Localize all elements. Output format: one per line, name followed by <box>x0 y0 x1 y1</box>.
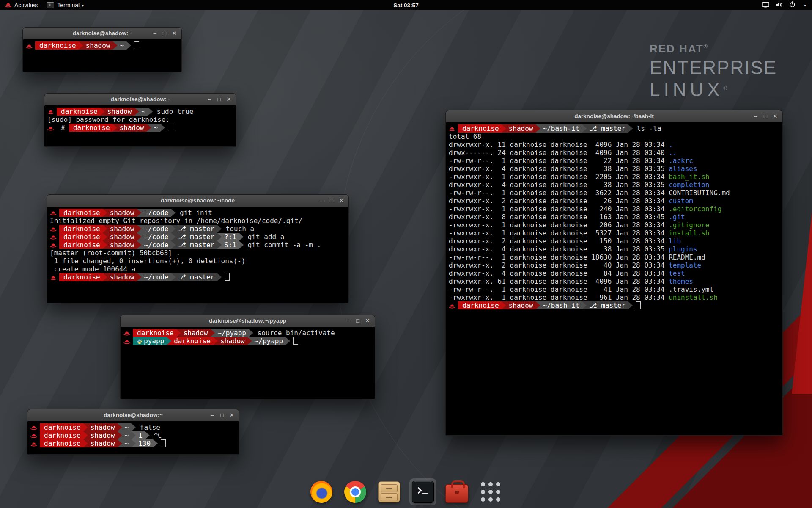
terminal-text: drwxrwxr-x. 11 darknoise darknoise 4096 … <box>449 141 669 149</box>
terminal-text: [master (root-commit) 50bcb63] . <box>50 249 180 257</box>
clock[interactable]: Sat 03:57 <box>393 2 418 8</box>
minimize-button[interactable]: – <box>752 112 760 121</box>
terminal-line: drwxrwxr-x. 8 darknoise darknoise 163 Ja… <box>449 213 779 221</box>
terminal-line: darknoiseshadow~130 <box>30 439 236 447</box>
prompt-segment: darknoise <box>40 431 88 439</box>
close-button[interactable]: ✕ <box>363 317 372 325</box>
prompt-segment: darknoise <box>59 209 107 217</box>
prompt-segment: ⎇ master <box>171 233 222 241</box>
terminal-line: -rwxrwxr-x. 1 darknoise darknoise 206 Ja… <box>449 221 779 229</box>
prompt-segment: shadow <box>112 124 151 132</box>
terminal-content[interactable]: darknoiseshadow~ sudo true[sudo] passwor… <box>45 105 236 146</box>
maximize-button[interactable]: □ <box>218 411 226 420</box>
system-status-area[interactable]: ▾ <box>762 1 812 9</box>
prompt-segment: ⎇ master <box>171 225 222 233</box>
prompt-segment: darknoise <box>40 439 88 447</box>
terminal-line: total 68 <box>449 133 779 141</box>
minimize-button[interactable]: – <box>151 29 159 38</box>
window-title: darknoise@shadow:~ <box>104 412 163 418</box>
terminal-line: darknoiseshadow~ false <box>30 423 236 431</box>
terminal-line: -rwxrwxr-x. 1 darknoise darknoise 240 Ja… <box>449 205 779 213</box>
maximize-button[interactable]: □ <box>327 196 336 205</box>
close-button[interactable]: ✕ <box>225 95 233 104</box>
close-button[interactable]: ✕ <box>771 112 779 121</box>
dock-chrome-icon[interactable] <box>342 478 369 505</box>
terminal-text: drwx------. 24 darknoise darknoise 4096 … <box>449 149 669 157</box>
prompt-segment: darknoise <box>133 329 181 337</box>
minimize-button[interactable]: – <box>205 95 214 104</box>
app-menu-terminal[interactable]: Terminal ▾ <box>42 0 88 10</box>
terminal-content[interactable]: darknoiseshadow~ falsedarknoiseshadow~1 … <box>28 421 239 454</box>
terminal-text: false <box>136 423 160 431</box>
window-titlebar[interactable]: darknoise@shadow:~/code – □ ✕ <box>47 195 348 207</box>
dock-firefox-icon[interactable] <box>308 478 335 505</box>
prompt-segment: shadow <box>83 431 122 439</box>
chevron-down-icon: ▾ <box>804 3 806 8</box>
redhat-prompt-icon <box>50 276 57 281</box>
window-titlebar[interactable]: darknoise@shadow:~/pyapp – □ ✕ <box>121 315 375 327</box>
rhel-wordmark-line1: RED HAT® <box>650 42 777 55</box>
activities-button[interactable]: Activities <box>0 0 42 10</box>
terminal-line: darknoiseshadow~1 ^C <box>30 431 236 439</box>
volume-icon <box>776 2 783 9</box>
terminal-text: lib <box>669 237 681 245</box>
maximize-button[interactable]: □ <box>354 317 362 325</box>
terminal-line: pyappdarknoiseshadow~/pyapp <box>123 337 372 345</box>
prompt-segment: darknoise <box>59 233 107 241</box>
terminal-line: -rwxrwxr-x. 1 darknoise darknoise 2205 J… <box>449 173 779 181</box>
dock-show-applications-icon[interactable] <box>477 478 504 505</box>
terminal-content[interactable]: darknoiseshadow~/pyapp source bin/activa… <box>121 327 374 398</box>
window-title: darknoise@shadow:~/pyapp <box>209 318 286 324</box>
terminal-text: -rw-rw-r--. 1 darknoise darknoise 41 Jan… <box>449 285 669 293</box>
dock-terminal-icon[interactable] <box>409 478 436 505</box>
close-button[interactable]: ✕ <box>228 411 236 420</box>
minimize-button[interactable]: – <box>208 411 217 420</box>
terminal-line: -rw-rw-r--. 1 darknoise darknoise 18630 … <box>449 253 779 261</box>
minimize-button[interactable]: – <box>344 317 352 325</box>
maximize-button[interactable]: □ <box>160 29 169 38</box>
window-titlebar[interactable]: darknoise@shadow:~ – □ ✕ <box>27 409 239 422</box>
maximize-button[interactable]: □ <box>215 95 223 104</box>
terminal-text: plugins <box>669 245 697 253</box>
terminal-content[interactable]: darknoiseshadow~ <box>23 39 181 71</box>
terminal-cursor <box>134 41 139 49</box>
redhat-prompt-icon <box>50 211 57 216</box>
window-title: darknoise@shadow:~ <box>111 96 170 102</box>
terminal-content[interactable]: darknoiseshadow~/bash-it⎇ master ls -lat… <box>446 122 782 435</box>
terminal-text: .gitignore <box>669 221 709 229</box>
prompt-segment: ~/code <box>137 225 176 233</box>
terminal-app-icon <box>47 2 54 8</box>
terminal-line: -rw-rw-r--. 1 darknoise darknoise 3622 J… <box>449 189 779 197</box>
terminal-text: -rwxrwxr-x. 1 darknoise darknoise 206 Ja… <box>449 221 669 229</box>
terminal-text: custom <box>669 197 693 205</box>
redhat-logo-icon <box>5 3 12 8</box>
terminal-text: install.sh <box>669 229 709 237</box>
terminal-cursor <box>161 439 166 447</box>
window-titlebar[interactable]: darknoise@shadow:~/bash-it – □ ✕ <box>446 110 782 123</box>
prompt-segment: darknoise <box>59 225 107 233</box>
terminal-text: template <box>669 261 701 269</box>
dock-files-icon[interactable] <box>376 478 403 505</box>
minimize-button[interactable]: – <box>318 196 326 205</box>
close-button[interactable]: ✕ <box>170 29 178 38</box>
window-titlebar[interactable]: darknoise@shadow:~ – □ ✕ <box>44 94 236 106</box>
prompt-segment: darknoise <box>167 337 218 345</box>
terminal-text: touch a <box>222 225 254 233</box>
terminal-text: .editorconfig <box>669 205 721 213</box>
terminal-content[interactable]: darknoiseshadow~/code git initInitialize… <box>47 207 348 302</box>
terminal-line: darknoiseshadow~/bash-it⎇ master <box>449 301 779 309</box>
terminal-line: darknoiseshadow~/code⎇ master?:1 git add… <box>50 233 346 241</box>
dock-toolbox-icon[interactable] <box>443 478 470 505</box>
terminal-cursor <box>293 337 298 345</box>
prompt-segment: darknoise <box>35 41 83 50</box>
terminal-line: create mode 100644 a <box>50 265 346 273</box>
terminal-text: drwxrwxr-x. 4 darknoise darknoise 84 Jan… <box>449 269 669 277</box>
maximize-button[interactable]: □ <box>761 112 770 121</box>
window-title: darknoise@shadow:~/bash-it <box>574 113 654 119</box>
rhel-wordmark: RED HAT® ENTERPRISE LINUX® <box>650 42 777 100</box>
window-titlebar[interactable]: darknoise@shadow:~ – □ ✕ <box>23 28 181 40</box>
redhat-prompt-icon <box>26 44 33 49</box>
close-button[interactable]: ✕ <box>337 196 346 205</box>
terminal-line: darknoiseshadow~ <box>26 41 178 50</box>
redhat-prompt-icon <box>123 331 130 336</box>
